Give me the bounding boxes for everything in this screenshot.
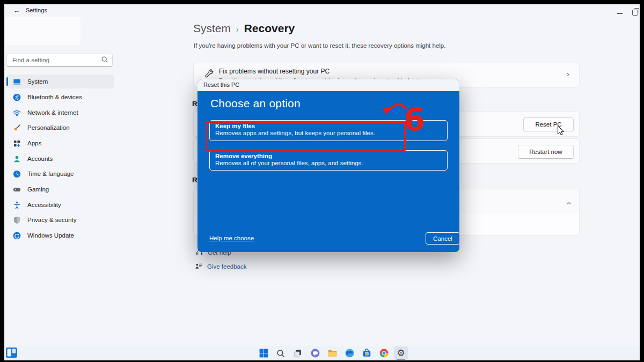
back-icon[interactable]: ← — [12, 6, 21, 16]
sidebar-item-personalization[interactable]: Personalization — [6, 121, 114, 135]
sidebar-item-label: System — [27, 78, 48, 85]
settings-window: ← Settings System Bluetooth & devices — [4, 4, 640, 346]
settings-app-active[interactable]: ⚙ — [394, 346, 408, 360]
shield-icon — [13, 216, 21, 224]
restart-now-button[interactable]: Restart now — [518, 145, 574, 159]
minimize-button[interactable] — [617, 13, 623, 14]
window-title: Settings — [26, 7, 47, 13]
breadcrumb-separator-icon: › — [236, 25, 239, 34]
clock-icon — [13, 170, 21, 178]
start-button[interactable] — [257, 346, 270, 360]
search-icon — [276, 349, 286, 358]
store-icon — [362, 348, 372, 358]
wrench-icon — [204, 69, 214, 78]
sidebar-item-apps[interactable]: Apps — [6, 136, 114, 150]
sidebar-item-label: Accessibility — [27, 202, 61, 208]
option-title: Remove everything — [215, 153, 442, 159]
accounts-icon — [13, 155, 21, 163]
help-me-choose-link[interactable]: Help me choose — [209, 235, 254, 241]
fix-problems-title: Fix problems without resetting your PC — [219, 68, 330, 75]
sidebar-item-privacy-security[interactable]: Privacy & security — [6, 213, 114, 227]
sidebar-item-gaming[interactable]: Gaming — [6, 182, 114, 196]
chrome-browser-app[interactable] — [377, 346, 391, 360]
sidebar-item-time-language[interactable]: Time & language — [6, 167, 114, 181]
personalization-icon — [13, 124, 21, 132]
annotation-curved-arrow-icon — [381, 102, 413, 120]
task-view-icon — [293, 349, 303, 358]
feedback-icon — [195, 262, 203, 270]
update-icon — [13, 232, 21, 240]
sidebar-item-windows-update[interactable]: Windows Update — [6, 228, 114, 242]
sidebar-item-label: Personalization — [27, 124, 70, 131]
annotation-highlight-box — [206, 121, 406, 151]
sidebar-item-network-internet[interactable]: Network & internet — [6, 106, 114, 120]
sidebar-item-label: Network & internet — [27, 109, 78, 116]
microsoft-store-app[interactable] — [360, 346, 374, 360]
remove-everything-option[interactable]: Remove everything Removes all of your pe… — [209, 150, 448, 171]
page-title: Recovery — [244, 22, 295, 35]
page-description: If you're having problems with your PC o… — [194, 42, 445, 49]
sidebar-item-label: Privacy & security — [27, 217, 76, 223]
system-icon — [13, 78, 21, 86]
widgets-icon[interactable] — [5, 347, 18, 359]
windows-start-icon — [259, 348, 269, 358]
breadcrumb-parent[interactable]: System — [193, 22, 231, 35]
sidebar-item-accessibility[interactable]: Accessibility — [6, 198, 114, 212]
file-explorer-app[interactable] — [325, 346, 339, 360]
chevron-up-icon[interactable]: › — [564, 202, 573, 205]
bluetooth-icon — [13, 93, 21, 101]
chat-icon — [310, 348, 320, 358]
edge-browser-app[interactable] — [342, 346, 356, 360]
give-feedback-link[interactable]: Give feedback — [195, 262, 247, 270]
taskbar: ⚙ — [4, 346, 640, 360]
sidebar-item-system[interactable]: System — [6, 75, 114, 88]
dialog-titlebar: Reset this PC — [197, 79, 459, 91]
sidebar-item-label: Bluetooth & devices — [27, 94, 82, 100]
gear-icon: ⚙ — [397, 349, 405, 358]
chrome-icon — [379, 348, 389, 358]
accessibility-icon — [13, 201, 21, 209]
selected-accent-bar — [6, 77, 8, 86]
sidebar-item-label: Windows Update — [27, 232, 74, 239]
search-icon[interactable] — [101, 56, 108, 63]
sidebar-item-label: Apps — [27, 140, 41, 146]
sidebar-item-label: Gaming — [27, 186, 49, 193]
sidebar-item-label: Accounts — [27, 156, 53, 162]
mouse-cursor-icon — [557, 125, 565, 137]
restore-button[interactable] — [632, 10, 638, 16]
search-box[interactable] — [6, 54, 113, 67]
reset-pc-button[interactable]: Reset PC — [523, 117, 574, 131]
gamepad-icon — [13, 186, 21, 194]
edge-icon — [345, 348, 355, 358]
breadcrumb: System › Recovery — [193, 22, 295, 35]
dialog-heading: Choose an option — [210, 97, 301, 110]
search-input[interactable] — [11, 54, 99, 66]
cancel-button[interactable]: Cancel — [426, 232, 459, 245]
wifi-icon — [13, 109, 21, 117]
file-explorer-icon — [327, 348, 338, 358]
chat-app[interactable] — [308, 346, 322, 360]
taskbar-search[interactable] — [274, 346, 288, 360]
dialog-title: Reset this PC — [203, 82, 239, 88]
window-titlebar: ← Settings — [4, 4, 640, 17]
sidebar-item-label: Time & language — [27, 171, 74, 177]
sidebar-item-bluetooth-devices[interactable]: Bluetooth & devices — [6, 90, 114, 104]
give-feedback-label: Give feedback — [207, 263, 247, 270]
apps-icon — [13, 139, 21, 147]
user-account-area — [5, 17, 80, 45]
sidebar-item-accounts[interactable]: Accounts — [6, 152, 114, 166]
chevron-right-icon[interactable]: › — [567, 70, 569, 78]
option-description: Removes all of your personal files, apps… — [215, 160, 442, 166]
task-view-button[interactable] — [291, 346, 305, 360]
